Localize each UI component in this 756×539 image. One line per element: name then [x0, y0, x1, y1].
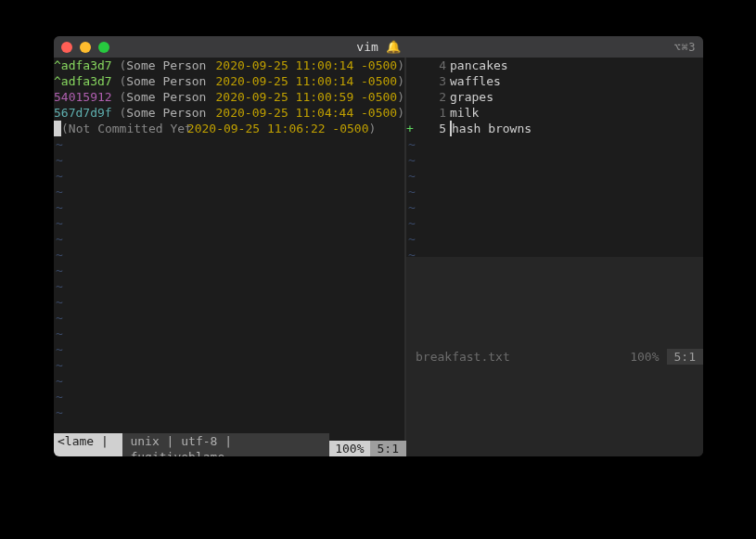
zoom-icon[interactable]: [98, 42, 109, 53]
empty-line-tilde: ~: [406, 215, 703, 231]
file-status-percent: 100%: [622, 349, 666, 365]
empty-line-tilde: ~: [54, 373, 404, 389]
empty-line-tilde: ~: [54, 278, 404, 294]
blame-row[interactable]: 567d7d9f (Some Person 2020-09-25 11:04:4…: [54, 105, 404, 121]
terminal-window: vim 🔔 ⌥⌘3 ^adfa3d7 (Some Person 2020-09-…: [54, 36, 703, 456]
file-status-name: breakfast.txt: [406, 349, 622, 365]
blame-status-format: unix | utf-8 | fugitiveblame: [122, 433, 329, 457]
blame-author: Some Person: [126, 89, 215, 105]
file-line[interactable]: 4pancakes: [406, 58, 703, 73]
close-icon[interactable]: [61, 42, 72, 53]
blame-row[interactable]: 54015912 (Some Person 2020-09-25 11:00:5…: [54, 89, 404, 105]
empty-line-tilde: ~: [54, 184, 404, 199]
commit-hash[interactable]: 567d7d9f: [54, 105, 112, 121]
window-title: vim 🔔: [54, 40, 703, 54]
window-controls: [61, 42, 109, 53]
empty-line-tilde: ~: [54, 294, 404, 310]
file-line[interactable]: +5 hash browns: [406, 121, 703, 136]
relative-line-number: 5: [414, 121, 450, 136]
empty-line-tilde: ~: [54, 199, 404, 215]
empty-line-tilde: ~: [54, 152, 404, 168]
blame-author: Some Person: [126, 58, 215, 73]
diff-sign: [406, 89, 414, 105]
empty-line-tilde: ~: [54, 136, 404, 152]
blame-author: Some Person: [126, 105, 215, 121]
blame-date: 2020-09-25 11:00:59 -0500: [216, 89, 398, 105]
empty-line-tilde: ~: [54, 231, 404, 247]
diff-sign: [406, 73, 414, 89]
empty-line-tilde: ~: [406, 152, 703, 168]
file-line[interactable]: 3waffles: [406, 73, 703, 89]
file-content[interactable]: 4pancakes 3waffles 2grapes 1milk+5 hash …: [406, 58, 703, 257]
empty-line-tilde: ~: [54, 263, 404, 278]
empty-line-tilde: ~: [406, 136, 703, 152]
blame-row[interactable]: ^adfa3d7 (Some Person 2020-09-25 11:00:1…: [54, 58, 404, 73]
blame-status-flags: -: [58, 450, 65, 457]
empty-line-tilde: ~: [406, 199, 703, 215]
editor-area[interactable]: ^adfa3d7 (Some Person 2020-09-25 11:00:1…: [54, 58, 703, 456]
file-status-pos: 5:1: [667, 349, 703, 365]
blame-date: 2020-09-25 11:00:14 -0500: [216, 73, 398, 89]
blame-status-percent: 100%: [329, 441, 369, 456]
relative-line-number: 3: [414, 73, 450, 89]
empty-line-tilde: ~: [54, 357, 404, 373]
diff-sign: +: [406, 121, 414, 136]
relative-line-number: 4: [414, 58, 450, 73]
empty-line-tilde: ~: [54, 404, 404, 420]
blame-date: 2020-09-25 11:00:14 -0500: [216, 58, 398, 73]
blame-content[interactable]: ^adfa3d7 (Some Person 2020-09-25 11:00:1…: [54, 58, 404, 441]
empty-line-tilde: ~: [54, 326, 404, 341]
commit-hash[interactable]: ^adfa3d7: [54, 73, 112, 89]
file-pane[interactable]: 4pancakes 3waffles 2grapes 1milk+5 hash …: [406, 58, 703, 456]
line-text: grapes: [450, 89, 493, 105]
empty-line-tilde: ~: [54, 215, 404, 231]
blame-row[interactable]: (Not Committed Yet 2020-09-25 11:06:22 -…: [54, 121, 404, 136]
empty-line-tilde: ~: [406, 247, 703, 257]
cursor: [54, 121, 61, 136]
empty-line-tilde: ~: [54, 341, 404, 357]
empty-line-tilde: ~: [406, 168, 703, 184]
line-text: hash browns: [452, 121, 532, 136]
relative-line-number: 2: [414, 89, 450, 105]
empty-line-tilde: ~: [54, 168, 404, 184]
file-line[interactable]: 1milk: [406, 105, 703, 121]
titlebar: vim 🔔 ⌥⌘3: [54, 36, 703, 58]
empty-line-tilde: ~: [54, 389, 404, 404]
minimize-icon[interactable]: [80, 42, 91, 53]
blame-pane[interactable]: ^adfa3d7 (Some Person 2020-09-25 11:00:1…: [54, 58, 406, 456]
line-text: pancakes: [450, 58, 508, 73]
commit-hash[interactable]: 54015912: [54, 89, 112, 105]
diff-sign: [406, 105, 414, 121]
blame-date: 2020-09-25 11:04:44 -0500: [216, 105, 398, 121]
diff-sign: [406, 58, 414, 73]
line-text: waffles: [450, 73, 501, 89]
empty-line-tilde: ~: [406, 184, 703, 199]
blame-date: 2020-09-25 11:06:22 -0500: [187, 121, 369, 136]
file-line[interactable]: 2grapes: [406, 89, 703, 105]
file-statusline: breakfast.txt 100% 5:1: [406, 257, 703, 456]
line-text: milk: [450, 105, 479, 121]
blame-author: Some Person: [126, 73, 215, 89]
blame-row[interactable]: ^adfa3d7 (Some Person 2020-09-25 11:00:1…: [54, 73, 404, 89]
blame-author: Not Committed Yet: [69, 121, 187, 136]
window-shortcut-hint: ⌥⌘3: [674, 41, 696, 54]
blame-status-name: <lame: [58, 434, 94, 448]
empty-line-tilde: ~: [406, 231, 703, 247]
blame-status-pos: 5:1: [370, 441, 406, 456]
blame-statusline: <lame | - unix | utf-8 | fugitiveblame 1…: [54, 441, 406, 456]
empty-line-tilde: ~: [54, 247, 404, 263]
empty-line-tilde: ~: [54, 310, 404, 326]
commit-hash[interactable]: ^adfa3d7: [54, 58, 112, 73]
relative-line-number: 1: [414, 105, 450, 121]
